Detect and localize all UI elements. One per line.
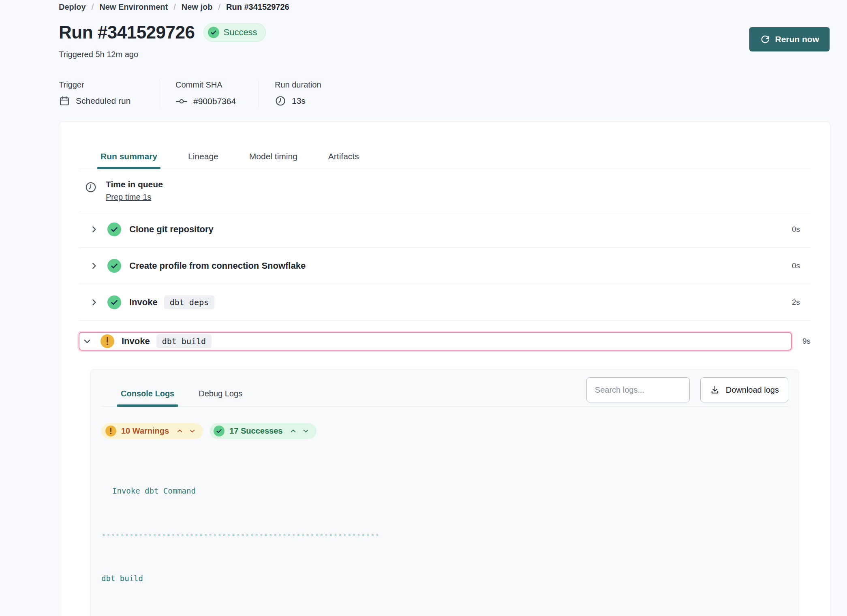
chevron-right-icon[interactable]	[90, 225, 98, 234]
commit-sha-label: Commit SHA	[175, 80, 242, 90]
dbt-build-command-chip: dbt build	[156, 334, 212, 348]
step-create-profile[interactable]: Create profile from connection Snowflake…	[79, 248, 811, 284]
logs-panel: Console Logs Debug Logs Download logs 10…	[90, 369, 799, 616]
success-check-icon	[107, 295, 121, 309]
commit-icon	[175, 95, 188, 107]
clock-icon	[275, 95, 286, 107]
run-duration-label: Run duration	[275, 80, 321, 90]
tab-model-timing[interactable]: Model timing	[249, 152, 297, 169]
success-check-icon	[107, 259, 121, 273]
chevron-right-icon[interactable]	[90, 298, 98, 307]
tab-console-logs[interactable]: Console Logs	[121, 389, 174, 406]
step-clone-git-repository[interactable]: Clone git repository 0s	[79, 211, 811, 248]
trigger-label: Trigger	[59, 80, 159, 90]
run-page: Deploy / New Environment / New job / Run…	[0, 0, 847, 616]
step-duration: 0s	[792, 261, 811, 270]
logs-tabs: Console Logs Debug Logs	[101, 389, 242, 406]
tab-artifacts[interactable]: Artifacts	[328, 152, 359, 169]
step-duration: 0s	[792, 225, 811, 234]
triggered-timestamp: Triggered 5h 12m ago	[59, 50, 830, 59]
tab-run-summary[interactable]: Run summary	[101, 152, 157, 169]
clock-icon	[85, 181, 97, 193]
calendar-icon	[59, 95, 70, 107]
tab-lineage[interactable]: Lineage	[188, 152, 218, 169]
successes-prev-icon[interactable]	[290, 428, 297, 434]
warnings-next-icon[interactable]	[189, 428, 196, 434]
breadcrumb-separator: /	[173, 2, 176, 12]
logs-controls: Download logs	[586, 377, 788, 402]
success-check-icon	[214, 426, 225, 436]
meta-trigger: Trigger Scheduled run	[59, 80, 159, 107]
chevron-right-icon[interactable]	[90, 261, 98, 270]
warnings-prev-icon[interactable]	[176, 428, 183, 434]
step-name: Create profile from connection Snowflake	[129, 261, 306, 271]
chevron-down-icon[interactable]	[83, 337, 92, 346]
prep-time-link[interactable]: Prep time 1s	[106, 192, 151, 202]
logs-header: Console Logs Debug Logs Download logs	[101, 370, 788, 407]
breadcrumb-environment[interactable]: New Environment	[99, 2, 168, 12]
successes-badge-label: 17 Successes	[229, 426, 282, 436]
step-invoke-dbt-build-row: Invoke dbt build 9s	[79, 332, 811, 351]
time-in-queue-section: Time in queue Prep time 1s	[79, 169, 811, 211]
rerun-now-label: Rerun now	[775, 34, 819, 44]
run-meta: Trigger Scheduled run Commit SHA #900b73…	[59, 80, 830, 107]
success-check-icon	[107, 222, 121, 236]
successes-next-icon[interactable]	[302, 428, 309, 434]
successes-badge[interactable]: 17 Successes	[210, 423, 317, 439]
step-duration: 2s	[792, 298, 811, 307]
log-command: dbt build	[101, 571, 788, 586]
download-icon	[710, 385, 720, 395]
refresh-icon	[760, 34, 770, 45]
run-tabs: Run summary Lineage Model timing Artifac…	[79, 122, 811, 169]
step-invoke-dbt-deps[interactable]: Invoke dbt deps 2s	[79, 284, 811, 321]
status-badge: Success	[203, 23, 265, 42]
warning-icon	[101, 334, 114, 348]
status-badge-label: Success	[223, 27, 257, 38]
search-logs-input[interactable]	[586, 377, 690, 402]
step-invoke-dbt-build[interactable]: Invoke dbt build	[79, 332, 792, 351]
download-logs-button[interactable]: Download logs	[700, 377, 788, 402]
rerun-now-button[interactable]: Rerun now	[749, 27, 830, 51]
commit-sha-value: #900b7364	[193, 96, 236, 106]
step-name: Invoke	[122, 336, 150, 346]
console-log-output: Invoke dbt Command ---------------------…	[101, 454, 788, 616]
success-check-icon	[208, 27, 219, 38]
run-summary-card: Run summary Lineage Model timing Artifac…	[59, 121, 830, 616]
meta-commit: Commit SHA #900b7364	[159, 80, 258, 107]
log-divider: ----------------------------------------…	[101, 527, 788, 542]
breadcrumb-job[interactable]: New job	[182, 2, 213, 12]
warning-icon	[105, 426, 116, 436]
warnings-badge[interactable]: 10 Warnings	[101, 423, 203, 439]
trigger-value: Scheduled run	[76, 96, 130, 106]
meta-duration: Run duration 13s	[258, 80, 338, 107]
header: Run #341529726 Success Rerun now	[59, 22, 830, 43]
tab-debug-logs[interactable]: Debug Logs	[199, 389, 242, 406]
log-count-badges: 10 Warnings 17 Successes	[101, 423, 788, 439]
run-duration-value: 13s	[292, 96, 306, 106]
breadcrumb-run: Run #341529726	[226, 2, 289, 12]
breadcrumb: Deploy / New Environment / New job / Run…	[59, 2, 830, 12]
step-duration: 9s	[792, 337, 811, 346]
step-name: Invoke	[129, 297, 158, 308]
time-in-queue-title: Time in queue	[106, 180, 163, 189]
log-command-header: Invoke dbt Command	[101, 483, 788, 498]
dbt-deps-command-chip: dbt deps	[164, 295, 214, 309]
breadcrumb-separator: /	[218, 2, 220, 12]
warnings-badge-label: 10 Warnings	[121, 426, 169, 436]
step-name: Clone git repository	[129, 224, 214, 235]
breadcrumb-separator: /	[92, 2, 94, 12]
breadcrumb-deploy[interactable]: Deploy	[59, 2, 86, 12]
page-title: Run #341529726	[59, 22, 195, 43]
download-logs-label: Download logs	[726, 385, 779, 395]
